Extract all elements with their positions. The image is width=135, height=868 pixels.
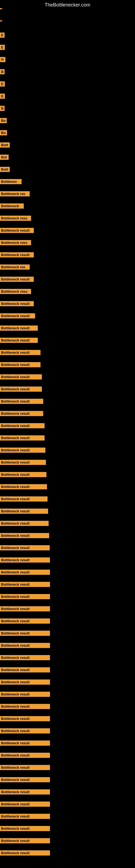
bar-label: Bottleneck (0, 204, 24, 209)
bar-item: H (0, 57, 5, 62)
bar-label: Bottleneck resu (0, 240, 31, 245)
bar-label: Bottleneck result (0, 643, 50, 648)
bar-item: Bottleneck res (0, 265, 30, 270)
bar-label: Bottleneck result (0, 228, 34, 233)
bar-label: Bottleneck result (0, 252, 34, 257)
bar-label: Bottleneck result (0, 606, 50, 611)
bar-item: Bottleneck result (0, 508, 48, 514)
bar-item: Bottleneck result (0, 313, 35, 318)
site-title: TheBottlenecker.com (0, 0, 135, 9)
bar-label: Bottleneck result (0, 704, 50, 709)
bar-label: Bottleneck resu (0, 289, 31, 294)
bar-label: Bottleneck result (0, 680, 50, 685)
bar-item: Bottleneck result (0, 533, 49, 538)
bar-label: Bottleneck result (0, 386, 42, 392)
bar-item: Bottleneck result (0, 252, 34, 257)
bar-item: Bottleneck result (0, 838, 50, 843)
bar-item: Bottleneck res (0, 191, 30, 196)
bar-item: Bottleneck result (0, 716, 50, 721)
bar-label: Bottleneck result (0, 655, 50, 660)
bar-item: Bottleneck result (0, 680, 50, 685)
bar-label: Bottleneck result (0, 521, 49, 526)
bar-label: Bottleneck result (0, 569, 50, 575)
bar-label: Bottleneck result (0, 557, 50, 563)
bar-item: Bottleneck result (0, 557, 50, 563)
bar-item: Bottleneck result (0, 667, 50, 673)
bar-item: Bottleneck result (0, 655, 50, 660)
bar-item: Bott (0, 167, 10, 172)
bar-item: Bottleneck result (0, 692, 50, 697)
bar-item: Bottleneck result (0, 741, 50, 746)
bar-label: E (0, 94, 5, 99)
bar-label: Bottleneck result (0, 850, 50, 856)
bar-label: Bottleneck result (0, 399, 43, 404)
bar-label: Bo (0, 130, 7, 135)
bar-label: Bottleneck result (0, 423, 45, 428)
bar-item: E (0, 33, 5, 38)
bar-label: Bottleneck res (0, 265, 30, 270)
bar-item: E (0, 94, 5, 99)
bar-item: Bottleneck result (0, 338, 38, 343)
bar-label: Bottleneck result (0, 496, 48, 501)
bar-item: Bottleneck result (0, 326, 38, 331)
bar-label: Bottleneck result (0, 447, 45, 453)
bar-item: B (0, 69, 5, 74)
bar-item: Bot (0, 155, 9, 160)
bar-label: Bottleneck result (0, 765, 50, 770)
bar-label: B (0, 69, 5, 74)
bar-item: Bottleneck result (0, 814, 50, 819)
bar-label: H (0, 57, 5, 62)
bar-item: Bottleneck result (0, 386, 42, 392)
bar-label: Bottleneck result (0, 362, 41, 367)
bar-label: Bottleneck result (0, 411, 43, 416)
bar-item: Bottleneck result (0, 472, 46, 477)
bar-item: Bottleneck resu (0, 216, 31, 221)
bar-label: Bo (0, 118, 7, 123)
bar-label: Bot (0, 155, 9, 160)
bar-label: Bottleneck result (0, 484, 47, 489)
bar-item: Bottleneck resu (0, 240, 31, 245)
bar-label: Bottleneck result (0, 533, 49, 538)
bar-label: Bottleneck result (0, 545, 50, 550)
bar-item: Bottleneck result (0, 277, 34, 282)
bar-item: Bottleneck result (0, 374, 42, 379)
bar-item (0, 8, 2, 9)
bar-item: Bottleneck resu (0, 289, 31, 294)
bar-item: Bottleneck result (0, 594, 50, 599)
bar-label: Bottleneck result (0, 374, 42, 379)
bar-item: Bottleneck result (0, 301, 34, 306)
bar-label: Bottleneck result (0, 631, 50, 636)
bar-item: Bottleneck result (0, 460, 46, 465)
bar-item: Bottleneck result (0, 765, 50, 770)
bar-label: Bottleneck result (0, 814, 50, 819)
bar-label: Bottleneck result (0, 741, 50, 746)
bar-item: Bottleneck result (0, 228, 34, 233)
bar-label: Bottleneck result (0, 582, 50, 587)
bar-item: Bottleneck result (0, 582, 50, 587)
bar-label: Bottleneck resu (0, 216, 31, 221)
bar-item: Bottleneck result (0, 423, 45, 428)
bar-item: Bottleneck result (0, 789, 50, 795)
bar-item: Bottleneck result (0, 826, 50, 831)
bar-label: Bottleneck result (0, 594, 50, 599)
bar-item: Bottleneck result (0, 496, 48, 501)
bar-label: Bottleneck res (0, 191, 30, 196)
bar-item: Bottleneck result (0, 569, 50, 575)
bar-item: E (0, 82, 5, 87)
bar-item: Bottleneck result (0, 728, 50, 734)
bar-label: Bottleneck result (0, 826, 50, 831)
bar-item: Bottleneck result (0, 606, 50, 611)
bar-item: Bottleneck result (0, 521, 49, 526)
bar-label: Bottleneck result (0, 472, 46, 477)
bar-item: E (0, 45, 5, 50)
bar-item: Bottleneck result (0, 704, 50, 709)
bar-item: Bottleneck result (0, 643, 50, 648)
bar-label: Bott (0, 143, 10, 148)
bar-label: Bottleneck result (0, 716, 50, 721)
bar-label: Bottlenec (0, 179, 21, 184)
bar-item: Bottleneck result (0, 447, 45, 453)
bar-label: Bottleneck result (0, 326, 38, 331)
bar-label: Bottleneck result (0, 277, 34, 282)
bar-label: Bottleneck result (0, 350, 41, 355)
bar-label: Bottleneck result (0, 338, 38, 343)
